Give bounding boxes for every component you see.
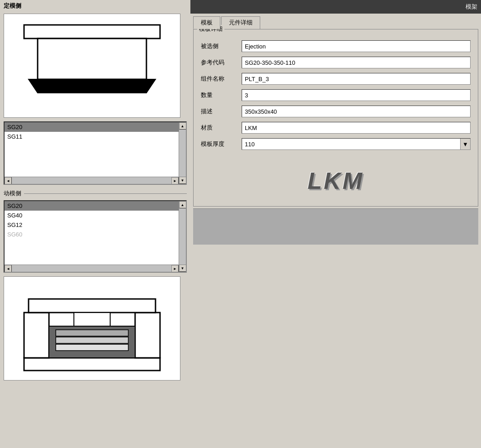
value-ref-code: SG20-350-350-110 bbox=[242, 57, 471, 68]
tab-mold[interactable]: 模板 bbox=[193, 16, 220, 29]
scroll-down-btn[interactable]: ▼ bbox=[179, 177, 186, 184]
tab-mold-label: 模板 bbox=[201, 19, 213, 26]
moving-mold-preview bbox=[4, 276, 180, 381]
form-row-selected-side: 被选侧 Ejection bbox=[201, 40, 471, 52]
label-selected-side: 被选侧 bbox=[201, 42, 242, 50]
fixed-mold-svg bbox=[15, 18, 169, 113]
label-component-name: 组件名称 bbox=[201, 75, 242, 83]
scroll-up-btn[interactable]: ▲ bbox=[179, 122, 186, 130]
svg-rect-4 bbox=[24, 358, 160, 371]
form-row-mold-thickness: 模板厚度 110 ▼ bbox=[201, 138, 471, 150]
form-row-ref-code: 参考代码 SG20-350-350-110 bbox=[201, 57, 471, 68]
value-component-name: PLT_B_3 bbox=[242, 73, 471, 85]
value-description: 350x350x40 bbox=[242, 106, 471, 117]
svg-rect-9 bbox=[56, 330, 128, 336]
fixed-mold-label: 定模侧 bbox=[4, 2, 21, 9]
h-scroll-track bbox=[12, 265, 171, 272]
value-selected-side: Ejection bbox=[242, 40, 471, 52]
scroll-left-btn[interactable]: ◄ bbox=[5, 177, 12, 184]
list-scrollbar[interactable]: ▲ ▼ bbox=[179, 122, 186, 184]
svg-rect-0 bbox=[24, 25, 160, 39]
list-item[interactable]: SG20 bbox=[5, 122, 179, 132]
list-item[interactable]: SG40 bbox=[5, 211, 179, 220]
form-row-description: 描述 350x350x40 bbox=[201, 106, 471, 117]
scroll-track bbox=[179, 130, 186, 177]
value-mold-thickness[interactable]: 110 ▼ bbox=[242, 138, 471, 150]
moving-mold-svg bbox=[15, 281, 169, 376]
label-description: 描述 bbox=[201, 107, 242, 116]
label-quantity: 数量 bbox=[201, 91, 242, 99]
tab-component-label: 元件详细 bbox=[229, 19, 253, 26]
fixed-mold-list[interactable]: SG20 SG11 ▲ ▼ ◄ ► bbox=[4, 121, 187, 185]
app-title: 模架 bbox=[466, 3, 477, 11]
h-scrollbar[interactable]: ◄ ► bbox=[5, 265, 179, 272]
value-material: LKM bbox=[242, 122, 471, 134]
detail-group-box: 模板详细 被选侧 Ejection 参考代码 bbox=[193, 29, 478, 207]
list-item[interactable]: SG20 bbox=[5, 201, 179, 211]
list-scrollbar[interactable]: ▲ ▼ bbox=[179, 201, 186, 272]
moving-mold-list[interactable]: SG20 SG40 SG12 SG60 ▲ ▼ ◄ ► bbox=[4, 200, 187, 273]
form-row-material: 材质 LKM bbox=[201, 122, 471, 134]
scroll-up-btn[interactable]: ▲ bbox=[179, 201, 186, 208]
moving-mold-label: 动模侧 bbox=[4, 189, 21, 198]
list-item[interactable]: SG60 bbox=[5, 230, 179, 239]
h-scrollbar[interactable]: ◄ ► bbox=[5, 177, 179, 184]
label-mold-thickness: 模板厚度 bbox=[201, 140, 242, 148]
h-scroll-track bbox=[12, 177, 171, 184]
svg-rect-10 bbox=[56, 337, 128, 343]
form-row-quantity: 数量 3 bbox=[201, 89, 471, 101]
form-container: 被选侧 Ejection 参考代码 SG20-350-350-110 bbox=[194, 37, 478, 158]
scroll-right-btn[interactable]: ► bbox=[171, 265, 179, 272]
form-row-component-name: 组件名称 PLT_B_3 bbox=[201, 73, 471, 85]
scroll-track bbox=[179, 208, 186, 265]
right-panel: 模架 模板 元件详细 模板详细 被选侧 bbox=[190, 0, 481, 448]
scroll-down-btn[interactable]: ▼ bbox=[179, 265, 186, 272]
divider-line bbox=[24, 193, 187, 194]
tab-component[interactable]: 元件详细 bbox=[221, 16, 260, 29]
svg-marker-2 bbox=[29, 79, 155, 93]
fixed-mold-header: 定模侧 bbox=[0, 0, 190, 12]
fixed-mold-preview bbox=[4, 14, 180, 118]
lkm-logo-text: LKM bbox=[307, 167, 364, 194]
content-panel: 模板 元件详细 模板详细 被选侧 Ejection bbox=[190, 14, 481, 448]
bottom-gray-bar bbox=[193, 208, 478, 245]
dropdown-arrow-icon[interactable]: ▼ bbox=[460, 139, 470, 149]
lkm-logo: LKM bbox=[194, 163, 478, 199]
moving-mold-divider: 动模侧 bbox=[0, 189, 190, 198]
top-bar: 模架 bbox=[190, 0, 481, 14]
list-item[interactable]: SG12 bbox=[5, 220, 179, 230]
label-ref-code: 参考代码 bbox=[201, 58, 242, 67]
scroll-right-btn[interactable]: ► bbox=[171, 177, 179, 184]
svg-rect-12 bbox=[74, 313, 110, 326]
svg-rect-5 bbox=[24, 313, 49, 358]
left-panel: 定模侧 SG20 SG11 ▲ ▼ ◄ bbox=[0, 0, 190, 448]
svg-rect-3 bbox=[42, 41, 142, 77]
scroll-left-btn[interactable]: ◄ bbox=[5, 265, 12, 272]
list-item[interactable]: SG11 bbox=[5, 132, 179, 141]
svg-rect-7 bbox=[29, 299, 155, 313]
label-material: 材质 bbox=[201, 124, 242, 132]
value-quantity: 3 bbox=[242, 89, 471, 101]
tab-bar: 模板 元件详细 bbox=[190, 14, 481, 29]
svg-rect-6 bbox=[135, 313, 160, 358]
svg-rect-11 bbox=[56, 344, 128, 351]
